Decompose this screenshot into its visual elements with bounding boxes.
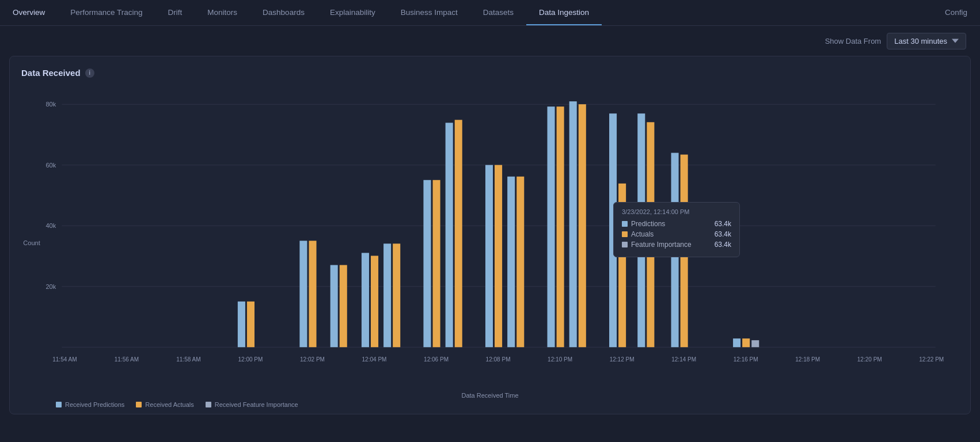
nav-item-business-impact[interactable]: Business Impact (388, 0, 470, 25)
svg-text:12:20 PM: 12:20 PM (857, 356, 882, 363)
svg-rect-41 (507, 177, 515, 347)
svg-text:12:16 PM: 12:16 PM (734, 356, 758, 363)
nav-item-overview[interactable]: Overview (0, 0, 58, 25)
legend-dot-actuals (136, 402, 142, 407)
svg-text:Count: Count (23, 239, 40, 246)
svg-text:12:10 PM: 12:10 PM (548, 356, 572, 363)
svg-rect-44 (557, 106, 564, 347)
x-axis-title: Data Received Time (21, 392, 959, 399)
svg-text:11:58 AM: 11:58 AM (176, 356, 200, 363)
svg-rect-46 (579, 104, 586, 347)
legend-item-predictions: Received Predictions (56, 401, 124, 408)
toolbar: Show Data From Last 30 minutes (0, 26, 980, 56)
svg-text:12:14 PM: 12:14 PM (671, 356, 696, 363)
legend-label-feature-importance: Received Feature Importance (215, 401, 298, 408)
svg-text:20k: 20k (45, 283, 56, 290)
legend-item-actuals: Received Actuals (136, 401, 193, 408)
svg-text:80k: 80k (45, 101, 56, 108)
time-range-dropdown[interactable]: Last 30 minutes (887, 33, 966, 49)
bar-chart: Count 80k 60k 40k 20k 11:54 AM 11:56 AM … (21, 87, 959, 388)
svg-rect-30 (340, 265, 347, 348)
nav-item-data-ingestion[interactable]: Data Ingestion (526, 0, 602, 25)
svg-rect-37 (446, 123, 453, 347)
svg-rect-38 (455, 120, 462, 347)
svg-text:12:18 PM: 12:18 PM (795, 356, 820, 363)
nav-item-drift[interactable]: Drift (155, 0, 195, 25)
svg-rect-50 (647, 122, 654, 347)
svg-text:60k: 60k (45, 162, 56, 169)
svg-rect-27 (299, 241, 307, 347)
chart-info-icon[interactable]: i (85, 68, 94, 78)
legend-label-predictions: Received Predictions (65, 401, 124, 408)
svg-text:12:02 PM: 12:02 PM (300, 356, 325, 363)
svg-rect-28 (309, 241, 316, 347)
svg-rect-36 (433, 180, 440, 347)
svg-text:12:06 PM: 12:06 PM (424, 356, 449, 363)
dropdown-value: Last 30 minutes (894, 37, 947, 45)
svg-rect-51 (671, 153, 679, 348)
svg-rect-48 (618, 184, 626, 347)
data-received-chart-container: Data Received i Count 80k 60k 40k 20k 11… (9, 56, 971, 414)
svg-rect-31 (362, 253, 369, 347)
legend-dot-feature-importance (206, 402, 211, 407)
svg-rect-54 (742, 338, 750, 347)
svg-rect-42 (516, 177, 524, 347)
chart-title-row: Data Received i (21, 68, 959, 78)
svg-rect-43 (547, 106, 554, 347)
svg-rect-45 (569, 101, 577, 347)
chart-legend: Received Predictions Received Actuals Re… (21, 401, 959, 408)
legend-dot-predictions (56, 402, 62, 407)
svg-rect-40 (495, 165, 502, 348)
chart-title: Data Received (21, 68, 81, 78)
chart-svg-wrapper: Count 80k 60k 40k 20k 11:54 AM 11:56 AM … (21, 87, 959, 390)
main-nav: Overview Performance Tracing Drift Monit… (0, 0, 980, 26)
nav-item-datasets[interactable]: Datasets (470, 0, 526, 25)
nav-item-dashboards[interactable]: Dashboards (250, 0, 317, 25)
svg-rect-32 (371, 256, 378, 347)
svg-rect-47 (609, 113, 617, 347)
svg-rect-49 (637, 113, 645, 347)
svg-rect-25 (238, 302, 245, 347)
nav-item-monitors[interactable]: Monitors (195, 0, 250, 25)
svg-rect-52 (681, 155, 688, 348)
svg-text:12:12 PM: 12:12 PM (610, 356, 635, 363)
nav-item-performance-tracing[interactable]: Performance Tracing (58, 0, 155, 25)
svg-rect-39 (485, 165, 493, 348)
svg-text:11:54 AM: 11:54 AM (52, 356, 77, 363)
legend-item-feature-importance: Received Feature Importance (206, 401, 298, 408)
svg-text:11:56 AM: 11:56 AM (115, 356, 139, 363)
svg-rect-34 (393, 243, 400, 347)
svg-rect-35 (423, 180, 431, 347)
svg-rect-29 (331, 265, 338, 348)
svg-text:12:08 PM: 12:08 PM (486, 356, 511, 363)
svg-rect-55 (751, 340, 759, 347)
show-data-from-label: Show Data From (825, 37, 882, 45)
svg-text:12:00 PM: 12:00 PM (238, 356, 263, 363)
svg-rect-53 (733, 338, 740, 347)
svg-text:12:22 PM: 12:22 PM (919, 356, 944, 363)
nav-item-explainability[interactable]: Explainability (317, 0, 388, 25)
nav-item-config[interactable]: Config (932, 0, 980, 25)
svg-text:40k: 40k (45, 222, 56, 229)
chevron-down-icon (952, 37, 959, 44)
svg-text:12:04 PM: 12:04 PM (362, 356, 387, 363)
svg-rect-33 (383, 243, 391, 347)
legend-label-actuals: Received Actuals (145, 401, 193, 408)
svg-rect-26 (247, 302, 255, 347)
